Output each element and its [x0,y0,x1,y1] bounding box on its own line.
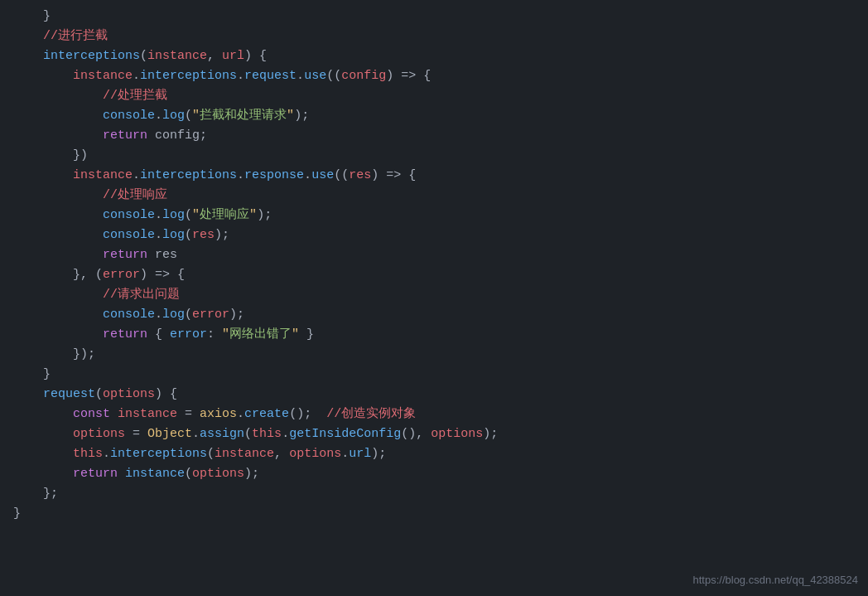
code-line-17: return { error: "网络出错了" } [0,325,868,345]
watermark: https://blog.csdn.net/qq_42388524 [693,572,859,589]
code-line-16: console.log(error); [0,305,868,325]
code-line-12: console.log(res); [0,225,868,245]
code-line-10: //处理响应 [0,186,868,206]
code-block: } //进行拦截 interceptions(instance, url) { … [0,0,868,596]
code-line-22: options = Object.assign(this.getInsideCo… [0,424,868,444]
code-line-19: } [0,365,868,385]
code-line-26: } [0,504,868,524]
code-line-8: }) [0,146,868,166]
code-line-15: //请求出问题 [0,285,868,305]
code-line-3: interceptions(instance, url) { [0,46,868,66]
code-line-1: } [0,7,868,27]
code-line-5: //处理拦截 [0,86,868,106]
code-line-7: return config; [0,126,868,146]
code-line-4: instance.interceptions.request.use((conf… [0,66,868,86]
code-line-21: const instance = axios.create(); //创造实例对… [0,405,868,424]
code-line-9: instance.interceptions.response.use((res… [0,166,868,186]
code-line-14: }, (error) => { [0,265,868,285]
code-line-25: }; [0,484,868,504]
code-line-6: console.log("拦截和处理请求"); [0,106,868,126]
code-line-20: request(options) { [0,385,868,405]
code-line-13: return res [0,245,868,265]
code-line-11: console.log("处理响应"); [0,206,868,225]
code-line-24: return instance(options); [0,464,868,484]
code-line-23: this.interceptions(instance, options.url… [0,444,868,464]
code-line-2: //进行拦截 [0,27,868,46]
code-line-18: }); [0,345,868,365]
